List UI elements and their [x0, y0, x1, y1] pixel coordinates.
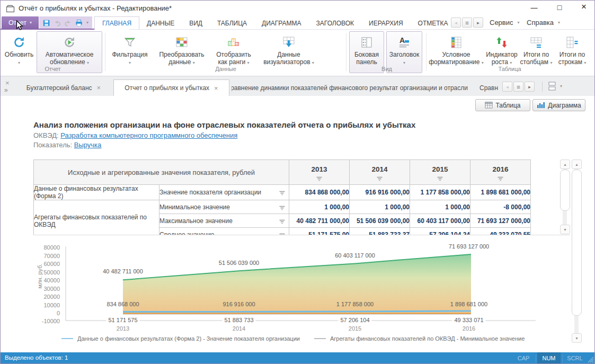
indicator-link[interactable]: Выручка	[74, 141, 102, 149]
ribbon-tab-chart[interactable]: ДИАГРАММА	[254, 16, 308, 30]
ranks-label: Отобразить	[216, 51, 251, 58]
nav-right-icon[interactable]: ▸	[525, 82, 535, 92]
nav-left-icon[interactable]: ◂	[451, 17, 461, 28]
filter-icon[interactable]	[470, 175, 530, 183]
doc-tab-truncated[interactable]: Сравн	[475, 79, 500, 96]
scroll-up-icon[interactable]: ▴	[560, 159, 570, 169]
filter-icon[interactable]	[410, 175, 470, 183]
close-all-icon[interactable]: ×	[5, 79, 10, 86]
close-icon[interactable]: ×	[97, 84, 101, 91]
value-cell[interactable]: 1 898 681 000,00	[470, 185, 531, 200]
transform-data-label: Преобразовать	[159, 51, 204, 58]
legend-marker	[314, 338, 326, 339]
ribbon-group-view: Вид	[348, 66, 425, 72]
value-cell[interactable]: 1 000,00	[289, 200, 350, 214]
value-cell[interactable]: 49 333 070,55	[470, 228, 531, 236]
table-view-button[interactable]: Таблица	[475, 99, 530, 111]
redo-icon[interactable]	[65, 20, 72, 26]
value-cell[interactable]: 57 206 104,24	[410, 228, 470, 236]
value-cell[interactable]: 834 868 000,00	[289, 185, 350, 200]
scroll-up-icon[interactable]: ▴	[572, 159, 582, 169]
doc-tab-balance[interactable]: Бухгалтерский баланс ×	[16, 79, 111, 96]
nav-menu-icon[interactable]: ≡	[462, 17, 472, 28]
value-cell[interactable]: 1 000,00	[410, 200, 470, 214]
save-icon[interactable]	[43, 19, 50, 27]
expand-tabs-icon[interactable]: »	[4, 86, 8, 94]
nav-left-icon[interactable]: ◂	[502, 82, 512, 92]
org-value-line	[123, 311, 471, 312]
ribbon-tab-mark[interactable]: ОТМЕТКА	[411, 16, 456, 30]
close-icon[interactable]: ×	[214, 85, 218, 92]
scrollbar-thumb[interactable]	[572, 170, 582, 316]
chevron-down-icon[interactable]: ▾	[86, 21, 88, 25]
doc-tab-truncated-label: Сравн	[479, 84, 498, 92]
help-menu[interactable]: Справка ▾	[527, 19, 560, 26]
ribbon-tab-hierarchy[interactable]: ИЕРАРХИЯ	[361, 16, 411, 30]
filter-icon[interactable]	[289, 175, 349, 183]
okved-link[interactable]: Разработка компьютерного программного об…	[60, 131, 237, 139]
title-bar: Отчёт о прибылях и убытках - Редактирова…	[1, 1, 594, 16]
scrollbar-thumb[interactable]	[560, 170, 570, 211]
conditional-formatting-icon	[449, 33, 463, 51]
filter-icon[interactable]	[279, 218, 285, 226]
value-cell[interactable]: 71 693 127 000,00	[470, 214, 531, 228]
page-scrollbar[interactable]: ▴ ▾	[572, 159, 582, 343]
auto-refresh-icon	[63, 33, 76, 51]
ribbon-tab-main[interactable]: ГЛАВНАЯ	[94, 16, 139, 30]
scroll-down-icon[interactable]: ▾	[560, 225, 570, 234]
filter-icon[interactable]	[279, 190, 285, 197]
ribbon-tab-table[interactable]: ТАБЛИЦА	[210, 16, 254, 30]
scroll-down-icon[interactable]: ▾	[572, 333, 582, 343]
caps-lock-indicator[interactable]: CAP	[513, 352, 534, 364]
x-axis-label: 2016	[463, 325, 475, 332]
resize-grip-icon[interactable]	[588, 357, 594, 363]
nav-right-icon[interactable]: ▸	[473, 17, 483, 28]
chart-view-button[interactable]: Диаграмма	[532, 99, 585, 111]
filter-icon[interactable]	[350, 175, 410, 183]
value-cell[interactable]: 1 177 858 000,00	[410, 185, 470, 200]
ribbon-tab-view[interactable]: ВИД	[182, 16, 210, 30]
service-menu[interactable]: Сервис ▾	[490, 19, 520, 26]
layout-mode-button[interactable]: ▾	[548, 82, 562, 91]
ribbon-tab-data[interactable]: ДАННЫЕ	[139, 16, 182, 30]
filter-icon[interactable]	[279, 205, 285, 212]
close-button[interactable]: ×	[574, 2, 594, 17]
value-cell[interactable]: -8 000,00	[470, 200, 531, 214]
value-cell[interactable]: 51 506 039 000,00	[350, 214, 410, 228]
undo-icon[interactable]	[54, 20, 60, 26]
year-column-2015[interactable]: 2015	[410, 160, 470, 185]
value-cell[interactable]: 51 883 733,37	[350, 228, 410, 236]
growth-indicator-label: Индикатор	[486, 51, 518, 58]
area-fill-max-series	[123, 254, 471, 313]
value-cell[interactable]: 60 403 117 000,00	[410, 214, 470, 228]
svg-text:3: 3	[236, 42, 238, 46]
header-icon: A	[397, 33, 411, 51]
column-totals-label2: столбцам	[520, 58, 548, 66]
table-clip-edge	[33, 235, 570, 235]
year-column-2016[interactable]: 2016	[470, 160, 531, 185]
doc-tab-comparison[interactable]: Сравнение динамики показателей финансово…	[232, 79, 471, 96]
nav-menu-icon[interactable]: ≡	[513, 82, 523, 92]
doc-tab-profit-loss[interactable]: Отчет о прибылях и убытках ×	[113, 79, 229, 96]
print-icon[interactable]	[75, 19, 83, 27]
value-cell[interactable]: 51 171 575,00	[289, 228, 350, 236]
year-column-2014[interactable]: 2014	[350, 160, 410, 185]
group-separator	[105, 33, 105, 71]
chevron-down-icon: ▾	[193, 60, 195, 65]
ribbon-group-table: Таблица	[428, 66, 592, 72]
ribbon-tab-header[interactable]: ЗАГОЛОВОК	[309, 16, 361, 30]
table-row[interactable]: Данные о финансовых результатах (Форма 2…	[34, 185, 531, 200]
value-cell[interactable]: 1 000,00	[350, 200, 410, 214]
table-scrollbar[interactable]: ▴ ▾	[560, 159, 570, 234]
data-table: Исходные и агрегированные значения показ…	[33, 159, 531, 235]
year-column-2013[interactable]: 2013	[289, 160, 350, 185]
data-label-org: 834 868 000	[106, 301, 139, 307]
num-lock-indicator[interactable]: NUM	[537, 352, 561, 364]
group-separator	[346, 33, 347, 71]
scroll-lock-indicator[interactable]: SCRL	[564, 352, 586, 364]
value-cell[interactable]: 40 482 711 000,00	[289, 214, 350, 228]
table-row[interactable]: Агрегаты финансовых показателей по ОКВЭД…	[34, 200, 531, 214]
value-cell[interactable]: 916 916 000,00	[350, 185, 410, 200]
data-label-avg: 51 171 575	[106, 317, 139, 323]
transform-data-label2: данные	[168, 58, 191, 66]
